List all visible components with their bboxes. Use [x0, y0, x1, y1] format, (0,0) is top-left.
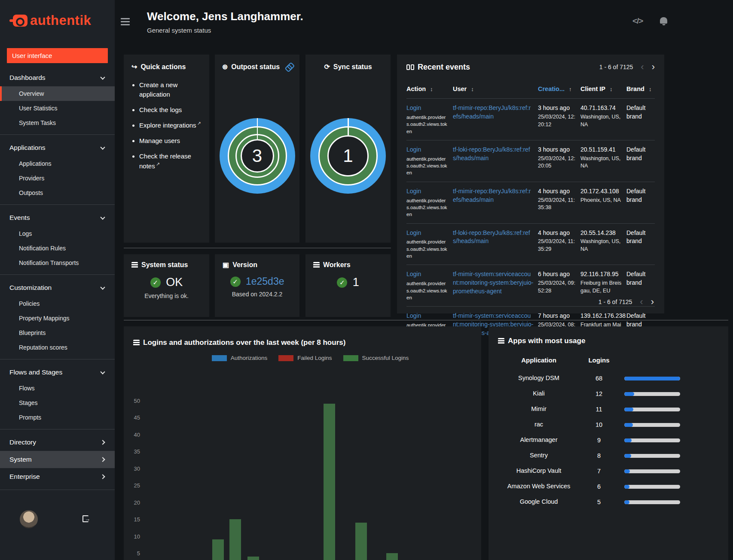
- user-avatar[interactable]: [20, 510, 38, 528]
- event-action-link[interactable]: Login: [406, 188, 421, 195]
- app-name: Synology DSM: [498, 374, 580, 383]
- event-user-link[interactable]: tf-loki-repo:BeryJu/k8s:ref:refs/heads/m…: [453, 229, 530, 245]
- sidebar-item-notification-transports[interactable]: Notification Transports: [0, 256, 115, 270]
- server-icon: [313, 262, 320, 268]
- event-user-link[interactable]: tf-mimir-system:serviceaccount:monitorin…: [453, 271, 534, 295]
- nav-group-dashboards[interactable]: Dashboards: [0, 69, 115, 86]
- event-action-link[interactable]: Login: [406, 271, 421, 277]
- quick-action-check-the-release-notes[interactable]: Check the release notes↗: [139, 152, 202, 171]
- sort-icon[interactable]: ↕: [610, 86, 613, 92]
- chart-bar[interactable]: [386, 553, 398, 560]
- event-action-cell: Loginauthentik.providers.oauth2.views.to…: [406, 182, 453, 223]
- sort-up-icon[interactable]: ↑: [569, 86, 572, 92]
- link-icon[interactable]: [284, 63, 292, 71]
- event-action-link[interactable]: Login: [406, 312, 421, 319]
- quick-action-check-the-logs[interactable]: Check the logs: [139, 105, 202, 115]
- nav-group-applications[interactable]: Applications: [0, 139, 115, 156]
- quick-action-explore-integrations[interactable]: Explore integrations↗: [139, 120, 202, 130]
- app-usage-bar: [624, 500, 680, 504]
- app-usage-bar-fill: [624, 469, 630, 473]
- app-name: Amazon Web Services: [498, 482, 580, 491]
- sidebar-item-flows[interactable]: Flows: [0, 381, 115, 396]
- chart-bar[interactable]: [229, 519, 241, 560]
- nav-group-label: Directory: [9, 438, 36, 446]
- event-user-link[interactable]: tf-mimir-repo:BeryJu/k8s:ref:refs/heads/…: [453, 188, 531, 203]
- event-user-cell: tf-mimir-system:serviceaccount:monitorin…: [453, 265, 538, 306]
- app-usage-bar-fill: [624, 438, 632, 442]
- quick-action-manage-users[interactable]: Manage users: [139, 136, 202, 146]
- api-code-icon[interactable]: </>: [632, 16, 643, 26]
- nav-group-label: Flows and Stages: [9, 368, 62, 376]
- chart-bar[interactable]: [324, 404, 335, 560]
- app-usage-bar: [624, 438, 680, 442]
- workers-card: Workers ✓ 1: [305, 254, 391, 317]
- sidebar-item-logs[interactable]: Logs: [0, 226, 115, 241]
- legend-label: Authorizations: [231, 355, 268, 361]
- chart-bar[interactable]: [355, 523, 367, 560]
- event-action-link[interactable]: Login: [406, 229, 421, 236]
- user-interface-button[interactable]: User interface: [7, 48, 108, 63]
- sidebar-item-prompts[interactable]: Prompts: [0, 410, 115, 425]
- event-action-link[interactable]: Login: [406, 146, 421, 153]
- sidebar-item-applications[interactable]: Applications: [0, 156, 115, 171]
- version-value-link[interactable]: 1e25d3e: [246, 276, 284, 287]
- quick-actions-list: Create a new applicationCheck the logsEx…: [139, 80, 202, 170]
- pagination-label: 1 - 6 of 7125: [599, 64, 633, 70]
- server-icon: [133, 340, 140, 346]
- share-arrow-icon: ↪: [131, 64, 137, 70]
- apps-usage-row: Mimir11: [498, 402, 719, 417]
- sidebar-item-blueprints[interactable]: Blueprints: [0, 326, 115, 340]
- sidebar-item-reputation-scores[interactable]: Reputation scores: [0, 340, 115, 355]
- pagination-prev-icon[interactable]: ‹: [641, 62, 644, 72]
- hamburger-menu-icon[interactable]: [121, 18, 130, 25]
- nav-group-system[interactable]: System: [0, 451, 115, 468]
- event-client-ip-cell: 40.71.163.74Washington, US, NA: [580, 98, 626, 140]
- event-ip: 92.116.178.95: [580, 271, 619, 277]
- pagination-prev-icon[interactable]: ‹: [640, 297, 643, 307]
- legend-item-successful-logins[interactable]: Successful Logins: [343, 355, 409, 361]
- sidebar-item-system-tasks[interactable]: System Tasks: [0, 116, 115, 130]
- nav-group-flows-and-stages[interactable]: Flows and Stages: [0, 364, 115, 381]
- nav-group-customization[interactable]: Customization: [0, 279, 115, 296]
- version-card: ▣ Version ✓ 1e25d3e Based on 2024.2.2: [215, 254, 299, 317]
- legend-item-authorizations[interactable]: Authorizations: [212, 355, 268, 361]
- event-user-link[interactable]: tf-mimir-repo:BeryJu/k8s:ref:refs/heads/…: [453, 104, 531, 120]
- nav-group-label: Dashboards: [9, 74, 46, 82]
- sidebar-item-property-mappings[interactable]: Property Mappings: [0, 311, 115, 326]
- pagination-next-icon[interactable]: ›: [651, 297, 654, 307]
- sidebar-item-notification-rules[interactable]: Notification Rules: [0, 241, 115, 256]
- event-user-link[interactable]: tf-loki-repo:BeryJu/k8s:ref:refs/heads/m…: [453, 146, 530, 161]
- nav-divider: [0, 274, 115, 275]
- apps-column-logins: Logins: [580, 356, 618, 364]
- sidebar-footer: [0, 491, 115, 560]
- legend-item-failed-logins[interactable]: Failed Logins: [278, 355, 332, 361]
- nav-group-events[interactable]: Events: [0, 209, 115, 226]
- nav-group-directory[interactable]: Directory: [0, 434, 115, 451]
- chart-bar[interactable]: [212, 539, 224, 560]
- app-logins: 5: [580, 499, 618, 505]
- authentik-admin-dashboard: { "colors": { "accent": "#fd4b2d", "link…: [0, 0, 733, 560]
- app-name: rac: [498, 420, 580, 429]
- event-action-link[interactable]: Login: [406, 104, 421, 111]
- chart-bar[interactable]: [247, 557, 259, 560]
- quick-action-create-a-new-application[interactable]: Create a new application: [139, 80, 202, 99]
- sidebar-item-stages[interactable]: Stages: [0, 396, 115, 410]
- sidebar-item-outposts[interactable]: Outposts: [0, 186, 115, 200]
- sort-icon[interactable]: ↕: [649, 86, 652, 92]
- system-status-card: System status ✓ OK Everything is ok.: [124, 254, 209, 317]
- sidebar-item-user-statistics[interactable]: User Statistics: [0, 101, 115, 116]
- notifications-bell-icon[interactable]: [660, 17, 667, 24]
- event-action-cell: Loginauthentik.providers.oauth2.views.to…: [406, 98, 453, 140]
- event-created-cell: 3 hours ago25/03/2024, 12:20:05: [538, 140, 580, 182]
- logout-icon[interactable]: [82, 515, 89, 522]
- column-label: Client IP: [580, 85, 605, 92]
- sort-icon[interactable]: ↕: [430, 86, 433, 92]
- nav-group-enterprise[interactable]: Enterprise: [0, 468, 115, 485]
- sort-icon[interactable]: ↕: [471, 86, 474, 92]
- sidebar-item-providers[interactable]: Providers: [0, 171, 115, 186]
- legend-label: Failed Logins: [297, 355, 332, 361]
- pagination-next-icon[interactable]: ›: [652, 62, 655, 72]
- event-context: authentik.providers.oauth2.views.token: [406, 114, 449, 135]
- sidebar-item-policies[interactable]: Policies: [0, 296, 115, 311]
- sidebar-item-overview[interactable]: Overview: [0, 86, 115, 101]
